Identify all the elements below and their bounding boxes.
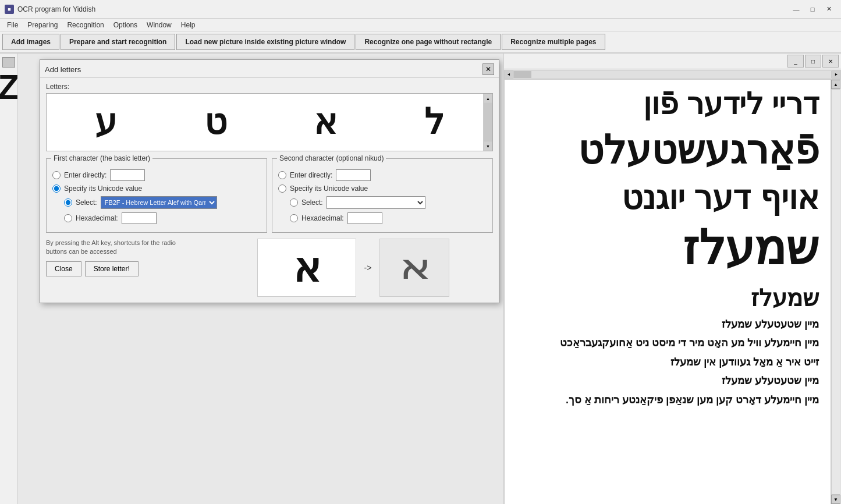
toolbar: Add images Prepare and start recognition…: [0, 31, 841, 54]
close-button[interactable]: Close: [46, 261, 81, 276]
second-specify-unicode-row: Specify its Unicode value: [278, 184, 487, 193]
menu-bar: File Preparing Recognition Options Windo…: [0, 19, 841, 31]
first-hex-row: Hexadecimal:: [52, 212, 261, 224]
maximize-button[interactable]: □: [805, 3, 820, 15]
first-hex-input[interactable]: [122, 212, 157, 224]
letter-tet: ט: [204, 105, 227, 140]
recognize-one-page-button[interactable]: Recognize one page without rectangle: [356, 34, 501, 50]
first-specify-unicode-label: Specify its Unicode value: [64, 184, 142, 193]
minimize-button[interactable]: —: [789, 3, 804, 15]
scroll-right-arrow[interactable]: ►: [832, 70, 841, 79]
right-window-minimize[interactable]: _: [787, 55, 804, 68]
preview-char-main: א: [293, 244, 321, 292]
first-specify-unicode-row: Specify its Unicode value: [52, 184, 261, 193]
dialog-title: Add letters: [45, 65, 81, 74]
first-enter-directly-input[interactable]: [110, 169, 145, 181]
hebrew-subtitle: שמעלז: [516, 285, 819, 311]
second-enter-directly-input[interactable]: [336, 169, 371, 181]
second-enter-directly-radio[interactable]: [278, 171, 286, 179]
first-select-radio[interactable]: [64, 198, 72, 207]
preview-char-small: ﬡ: [401, 249, 428, 286]
second-enter-directly-label: Enter directly:: [290, 171, 332, 179]
hebrew-body: מיין שטעטעלע שמעלז מיין חיימעלע וויל מע …: [516, 315, 819, 409]
preview-box-main: א: [257, 239, 356, 297]
letter-lamed: ל: [424, 105, 444, 140]
right-window-maximize[interactable]: □: [805, 55, 821, 68]
menu-options[interactable]: Options: [109, 20, 142, 30]
first-enter-directly-radio[interactable]: [52, 171, 61, 179]
vscroll-track[interactable]: [831, 89, 840, 495]
hebrew-text-area: דריי לידער פֿון פֿאַרגעשטעלט אויף דער יו…: [504, 80, 831, 504]
second-select-dropdown[interactable]: [327, 196, 425, 209]
scroll-track[interactable]: [513, 70, 832, 79]
arrow-box: ->: [356, 259, 379, 276]
preview-box-small: ﬡ: [379, 239, 449, 297]
first-specify-unicode-radio[interactable]: [52, 184, 61, 193]
first-select-label: Select:: [76, 198, 97, 207]
letters-scrollbar[interactable]: ▲ ▼: [483, 94, 492, 151]
second-hex-label: Hexadecimal:: [301, 214, 344, 222]
letter-ayin: ע: [95, 105, 117, 140]
two-col-section: First character (the basic letter) Enter…: [40, 154, 499, 235]
second-select-label: Select:: [301, 198, 323, 207]
scroll-left-arrow[interactable]: ◄: [504, 70, 513, 79]
hebrew-body1: מיין שטעטעלע שמעלז: [516, 315, 819, 333]
menu-file[interactable]: File: [2, 20, 23, 30]
menu-preparing[interactable]: Preparing: [23, 20, 62, 30]
title-bar: ■ OCR program for Yiddish — □ ✕: [0, 0, 841, 19]
main-area: Z Add letters ✕ Letters: ע ט א ל ▲: [0, 54, 841, 504]
hebrew-line4: שמעלז: [516, 221, 819, 275]
second-enter-directly-row: Enter directly:: [278, 169, 487, 181]
hebrew-body2: מיין חיימעלע וויל מע האָט מיר די מיסט ני…: [516, 333, 819, 352]
first-select-dropdown[interactable]: FB2F - Hebrew Letter Alef with Qamats: [101, 196, 217, 209]
menu-window[interactable]: Window: [142, 20, 176, 30]
left-panel: Z: [0, 54, 17, 504]
dialog-titlebar: Add letters ✕: [40, 60, 499, 78]
app-title: OCR program for Yiddish: [17, 5, 95, 13]
second-select-radio[interactable]: [290, 198, 298, 207]
content-area: Add letters ✕ Letters: ע ט א ל ▲ ▼: [17, 54, 503, 504]
load-picture-button[interactable]: Load new picture inside existing picture…: [176, 34, 354, 50]
title-bar-left: ■ OCR program for Yiddish: [5, 5, 95, 14]
letters-scroll-down[interactable]: ▼: [484, 141, 492, 151]
add-images-button[interactable]: Add images: [2, 34, 59, 50]
hint-text: By pressing the Alt key, shortcuts for t…: [46, 239, 180, 257]
store-letter-button[interactable]: Store letter!: [85, 261, 139, 276]
buttons-row: Close Store letter!: [46, 261, 209, 276]
prepare-recognition-button[interactable]: Prepare and start recognition: [61, 34, 175, 50]
right-window-close[interactable]: ✕: [822, 55, 839, 68]
recognize-multiple-button[interactable]: Recognize multiple pages: [502, 34, 605, 50]
hebrew-subtitle-block: שמעלז מיין שטעטעלע שמעלז מיין חיימעלע וו…: [516, 285, 819, 409]
vscroll-down[interactable]: ▼: [831, 495, 840, 504]
letters-scroll-up[interactable]: ▲: [484, 94, 492, 103]
first-hex-radio[interactable]: [64, 214, 72, 222]
right-vscrollbar[interactable]: ▲ ▼: [831, 80, 841, 504]
letters-label: Letters:: [46, 83, 493, 91]
letters-display: ע ט א ל ▲ ▼: [46, 93, 493, 151]
second-hex-radio[interactable]: [290, 214, 298, 222]
second-hex-row: Hexadecimal:: [278, 212, 487, 224]
menu-help[interactable]: Help: [176, 20, 200, 30]
letters-section: Letters: ע ט א ל ▲ ▼: [40, 78, 499, 154]
first-select-row: Select: FB2F - Hebrew Letter Alef with Q…: [52, 196, 261, 209]
hebrew-line3: אויף דער יוגנט: [516, 179, 819, 216]
dialog-close-x-button[interactable]: ✕: [482, 63, 494, 75]
hebrew-line2: פֿאַרגעשטעלט: [516, 126, 819, 174]
first-hex-label: Hexadecimal:: [76, 214, 118, 222]
letter-alef: א: [314, 105, 337, 140]
letters-scroll-track[interactable]: [484, 103, 492, 141]
second-hex-input[interactable]: [347, 212, 382, 224]
first-char-legend: First character (the basic letter): [51, 154, 152, 162]
menu-recognition[interactable]: Recognition: [62, 20, 108, 30]
top-scrollbar: ◄ ►: [504, 69, 841, 80]
second-specify-unicode-radio[interactable]: [278, 184, 286, 193]
second-char-legend: Second character (optional nikud): [277, 154, 386, 162]
preview-area: א -> ﬡ: [214, 239, 493, 297]
window-controls: — □ ✕: [789, 3, 836, 15]
thumb-bar: [2, 57, 15, 68]
hebrew-line1: דריי לידער פֿון: [516, 86, 819, 122]
first-enter-directly-row: Enter directly:: [52, 169, 261, 181]
close-button[interactable]: ✕: [821, 3, 836, 15]
vscroll-up[interactable]: ▲: [831, 80, 840, 89]
first-char-group: First character (the basic letter) Enter…: [46, 158, 267, 233]
